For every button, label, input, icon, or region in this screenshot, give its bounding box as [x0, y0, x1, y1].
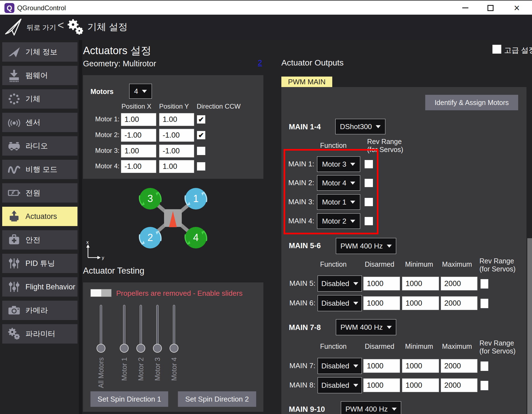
motor-2-position-x-field[interactable]: -1.00	[121, 129, 156, 142]
main-6-disarmed-field[interactable]: 1000	[363, 296, 400, 310]
tab-pwm-main[interactable]: PWM MAIN	[281, 77, 332, 87]
main-6-maximum-field[interactable]: 2000	[441, 296, 477, 310]
sidebar-item-radio[interactable]: 라디오	[2, 136, 77, 156]
slider-handle-motor-4[interactable]	[170, 344, 178, 353]
motor-icon	[7, 209, 21, 223]
main-7-rev-range-checkbox[interactable]	[481, 361, 488, 371]
main-3-function-dropdown[interactable]: Motor 1	[317, 194, 360, 210]
motor-3-ccw-checkbox[interactable]	[197, 147, 205, 155]
main-8-disarmed-field[interactable]: 1000	[363, 378, 400, 392]
main-1-rev-range-checkbox[interactable]	[365, 160, 373, 168]
set-spin-direction-2-button[interactable]: Set Spin Direction 2	[178, 391, 256, 407]
motor-4-position-y-field[interactable]: 1.00	[159, 160, 194, 173]
main-8-minimum-field[interactable]: 1000	[402, 378, 439, 392]
main-1-function-dropdown[interactable]: Motor 3	[317, 156, 360, 172]
main-6-function-dropdown[interactable]: Disabled	[318, 295, 362, 311]
motor-2-label: Motor 2:	[85, 131, 120, 139]
slider-handle-all-motors[interactable]	[97, 344, 105, 353]
header-minimum-5-6: Minimum	[405, 260, 433, 268]
main-2-function-dropdown[interactable]: Motor 4	[317, 175, 360, 191]
set-spin-direction-1-button[interactable]: Set Spin Direction 1	[90, 391, 168, 407]
main-1-4-protocol-dropdown[interactable]: DShot300	[335, 119, 385, 134]
identify-assign-motors-button[interactable]: Identify & Assign Motors	[425, 95, 518, 110]
paper-plane-icon	[7, 45, 21, 59]
power-icon	[7, 186, 21, 200]
sidebar-item-flight-behavior[interactable]: Flight Behavior	[2, 277, 77, 297]
motor-1-ccw-checkbox[interactable]: ✔	[197, 115, 205, 124]
motor-1-position-x-field[interactable]: 1.00	[121, 113, 156, 126]
slider-handle-motor-1[interactable]	[120, 344, 129, 353]
sidebar-item-actuators[interactable]: Actuators	[2, 207, 77, 226]
sidebar-item-safety[interactable]: 안전	[2, 230, 77, 250]
svg-text:4: 4	[193, 232, 199, 243]
advanced-settings-checkbox[interactable]	[492, 45, 501, 54]
main-5-disarmed-field[interactable]: 1000	[363, 277, 400, 290]
motor-4-circle: 4	[185, 227, 207, 248]
main-5-6-protocol-dropdown[interactable]: PWM 400 Hz	[336, 238, 396, 254]
maximize-button[interactable]	[482, 1, 499, 15]
slider-track-motor-2[interactable]	[140, 305, 142, 350]
main-4-rev-range-checkbox[interactable]	[365, 217, 373, 225]
back-button[interactable]: 뒤로 가기	[3, 16, 61, 38]
page-title: Actuators 설정	[83, 44, 151, 58]
enable-sliders-toggle[interactable]	[90, 289, 111, 297]
sidebar-item-vehicle-summary[interactable]: 기체 정보	[2, 42, 77, 62]
main-5-function-dropdown[interactable]: Disabled	[318, 276, 362, 292]
geometry-label: Geometry: Multirotor	[83, 59, 156, 68]
slider-track-motor-1[interactable]	[123, 305, 125, 350]
slider-handle-motor-2[interactable]	[136, 344, 145, 353]
motor-4-ccw-checkbox[interactable]	[197, 162, 205, 171]
sidebar-item-sensors[interactable]: 센서	[2, 113, 77, 132]
main-7-function-dropdown[interactable]: Disabled	[318, 358, 362, 374]
main-7-minimum-field[interactable]: 1000	[402, 359, 439, 373]
motor-count-dropdown[interactable]: 4	[129, 84, 152, 99]
group-main-5-6-label: MAIN 5-6	[289, 242, 321, 250]
main-8-rev-range-checkbox[interactable]	[481, 381, 488, 390]
sidebar-item-camera[interactable]: 카메라	[2, 301, 77, 320]
main-6-minimum-field[interactable]: 1000	[402, 296, 439, 310]
sidebar-item-firmware[interactable]: 펌웨어	[2, 66, 77, 85]
chevron-down-icon	[376, 125, 381, 128]
main-8-function-dropdown[interactable]: Disabled	[318, 377, 362, 393]
main-5-maximum-field[interactable]: 2000	[441, 277, 477, 290]
main-3-rev-range-checkbox[interactable]	[365, 198, 373, 206]
motor-3-position-x-field[interactable]: 1.00	[121, 145, 156, 158]
main-7-maximum-field[interactable]: 2000	[441, 359, 477, 373]
main-8-maximum-field[interactable]: 2000	[441, 378, 477, 392]
main-2-rev-range-checkbox[interactable]	[365, 179, 373, 187]
main-5-rev-range-checkbox[interactable]	[481, 279, 488, 289]
main-5-label: MAIN 5:	[279, 279, 315, 288]
slider-track-motor-3[interactable]	[156, 305, 159, 350]
motor-2-position-y-field[interactable]: -1.00	[159, 129, 194, 142]
geometry-ref-link[interactable]: 2	[258, 59, 262, 67]
motor-4-position-x-field[interactable]: -1.00	[121, 160, 156, 173]
sidebar-item-parameters[interactable]: 파라미터	[2, 324, 77, 344]
main-6-rev-range-checkbox[interactable]	[481, 299, 488, 308]
motor-2-ccw-checkbox[interactable]: ✔	[197, 131, 205, 139]
slider-handle-motor-3[interactable]	[153, 344, 162, 353]
main-9-10-protocol-dropdown[interactable]: PWM 400 Hz	[341, 401, 401, 414]
motor-3-position-y-field[interactable]: -1.00	[159, 145, 194, 158]
sidebar-item-pid-tuning[interactable]: PID 튜닝	[2, 254, 77, 273]
sidebar-item-airframe[interactable]: 기체	[2, 89, 77, 109]
slider-track-motor-4[interactable]	[173, 305, 175, 350]
toggle-knob	[91, 289, 101, 297]
vertical-scrollbar[interactable]	[527, 238, 532, 414]
slider-track-all-motors[interactable]	[100, 305, 102, 350]
sensor-icon	[7, 116, 21, 129]
main-4-function-dropdown[interactable]: Motor 2	[317, 213, 360, 229]
sidebar-item-power[interactable]: 전원	[2, 183, 77, 203]
header-function-7-8: Function	[320, 342, 347, 350]
minimize-button[interactable]	[457, 1, 474, 15]
close-button[interactable]: ×	[508, 1, 525, 15]
motor-1-circle: 1	[185, 188, 207, 209]
main-7-8-protocol-dropdown[interactable]: PWM 400 Hz	[336, 319, 396, 335]
sidebar-item-flight-modes[interactable]: 비행 모드	[2, 160, 77, 179]
header-rev-range-5-6: Rev Range	[479, 257, 514, 265]
main-7-disarmed-field[interactable]: 1000	[363, 359, 400, 373]
motor-1-position-y-field[interactable]: 1.00	[159, 113, 194, 126]
chevron-down-icon	[353, 282, 358, 285]
paper-plane-icon	[3, 17, 23, 38]
main-5-minimum-field[interactable]: 1000	[402, 277, 439, 290]
header-rev-range-1-4: Rev Range	[367, 138, 402, 146]
